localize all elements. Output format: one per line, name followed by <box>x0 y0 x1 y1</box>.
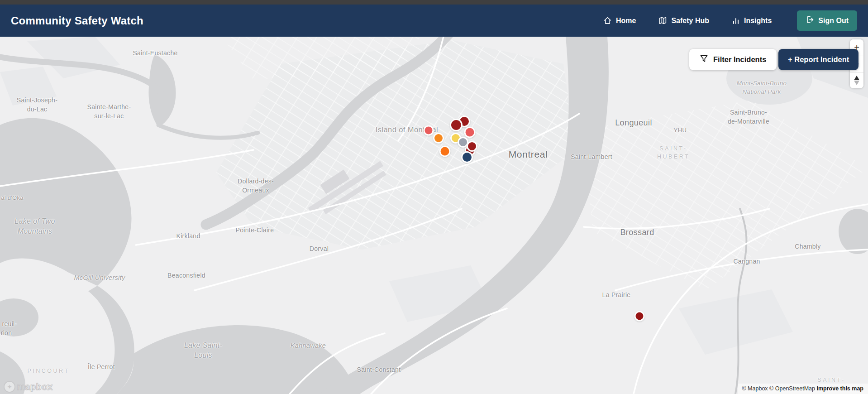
sign-out-label: Sign Out <box>818 17 849 25</box>
mapbox-wordmark: mapbox <box>17 382 53 392</box>
improve-map-link[interactable]: Improve this map <box>817 385 864 392</box>
nav-item-home[interactable]: Home <box>603 16 636 25</box>
incident-marker[interactable] <box>424 125 434 136</box>
incident-marker[interactable] <box>461 151 473 163</box>
incident-marker[interactable] <box>464 127 476 138</box>
funnel-icon <box>700 54 708 65</box>
map-canvas <box>0 37 868 394</box>
incident-marker[interactable] <box>634 311 645 322</box>
sign-out-icon <box>806 15 814 26</box>
sign-out-button[interactable]: Sign Out <box>797 10 857 31</box>
app-root: Community Safety Watch Home Safety Hub I… <box>0 0 868 394</box>
mapbox-icon: ✦ <box>4 381 15 393</box>
report-incident-button[interactable]: + Report Incident <box>778 49 858 70</box>
incident-marker[interactable] <box>467 141 477 152</box>
attribution-mapbox-link[interactable]: © Mapbox <box>742 385 768 392</box>
map-viewport[interactable]: Saint-EustacheSaint-Joseph- du-LacSainte… <box>0 37 868 394</box>
main-nav: Home Safety Hub Insights Sign Out <box>603 10 857 31</box>
nav-label: Safety Hub <box>671 17 709 25</box>
filter-incidents-button[interactable]: Filter Incidents <box>689 49 777 70</box>
map-attribution: © Mapbox © OpenStreetMap Improve this ma… <box>738 384 868 394</box>
map-icon <box>658 16 667 25</box>
nav-label: Insights <box>744 17 772 25</box>
home-icon <box>603 16 612 25</box>
nav-label: Home <box>616 17 636 25</box>
app-header: Community Safety Watch Home Safety Hub I… <box>0 5 868 37</box>
incident-marker[interactable] <box>433 133 444 144</box>
filter-incidents-label: Filter Incidents <box>713 55 766 64</box>
incident-marker[interactable] <box>439 146 451 157</box>
incident-marker[interactable] <box>450 119 463 131</box>
nav-item-insights[interactable]: Insights <box>732 17 772 25</box>
compass-button[interactable] <box>850 72 863 88</box>
browser-chrome-strip <box>0 0 868 5</box>
mapbox-logo[interactable]: ✦ mapbox <box>4 381 53 393</box>
nav-item-safety-hub[interactable]: Safety Hub <box>658 16 709 25</box>
attribution-osm-link[interactable]: © OpenStreetMap <box>769 385 815 392</box>
page-title: Community Safety Watch <box>11 14 143 27</box>
bar-chart-icon <box>732 17 740 25</box>
compass-icon <box>854 76 859 85</box>
